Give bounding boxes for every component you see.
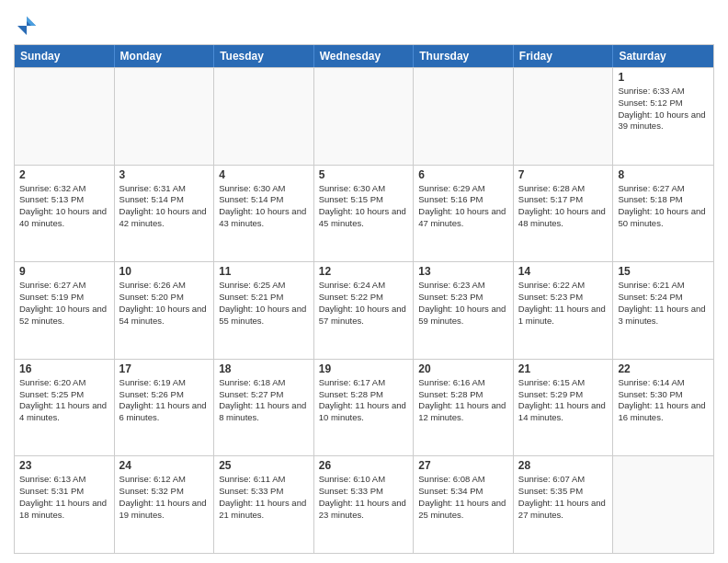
day-info: Sunrise: 6:24 AM Sunset: 5:22 PM Dayligh… <box>319 280 409 327</box>
day-number: 15 <box>618 265 709 278</box>
header-day-tuesday: Tuesday <box>214 45 314 67</box>
day-number: 25 <box>219 459 309 472</box>
day-info: Sunrise: 6:29 AM Sunset: 5:16 PM Dayligh… <box>418 183 508 230</box>
day-info: Sunrise: 6:10 AM Sunset: 5:33 PM Dayligh… <box>319 474 409 521</box>
page: SundayMondayTuesdayWednesdayThursdayFrid… <box>0 0 728 563</box>
day-info: Sunrise: 6:27 AM Sunset: 5:18 PM Dayligh… <box>618 183 709 230</box>
header-day-saturday: Saturday <box>613 45 713 67</box>
cal-cell-2-6: 7Sunrise: 6:28 AM Sunset: 5:17 PM Daylig… <box>514 166 614 262</box>
cal-cell-2-2: 3Sunrise: 6:31 AM Sunset: 5:14 PM Daylig… <box>115 166 215 262</box>
cal-cell-5-7 <box>613 456 713 553</box>
day-number: 8 <box>618 168 709 181</box>
day-number: 7 <box>518 168 609 181</box>
cal-cell-1-2 <box>115 68 215 165</box>
day-number: 22 <box>618 362 709 375</box>
day-number: 23 <box>19 459 109 472</box>
cal-cell-4-4: 19Sunrise: 6:17 AM Sunset: 5:28 PM Dayli… <box>314 360 415 456</box>
day-info: Sunrise: 6:23 AM Sunset: 5:23 PM Dayligh… <box>418 280 508 327</box>
cal-cell-4-7: 22Sunrise: 6:14 AM Sunset: 5:30 PM Dayli… <box>613 360 713 456</box>
day-info: Sunrise: 6:15 AM Sunset: 5:29 PM Dayligh… <box>518 377 609 424</box>
cal-cell-4-2: 17Sunrise: 6:19 AM Sunset: 5:26 PM Dayli… <box>115 360 215 456</box>
cal-cell-5-1: 23Sunrise: 6:13 AM Sunset: 5:31 PM Dayli… <box>15 456 115 553</box>
cal-cell-1-6 <box>514 68 614 165</box>
day-number: 28 <box>518 459 609 472</box>
cal-cell-2-7: 8Sunrise: 6:27 AM Sunset: 5:18 PM Daylig… <box>613 166 713 262</box>
cal-cell-3-6: 14Sunrise: 6:22 AM Sunset: 5:23 PM Dayli… <box>514 262 614 359</box>
cal-cell-1-1 <box>15 68 115 165</box>
day-info: Sunrise: 6:13 AM Sunset: 5:31 PM Dayligh… <box>19 474 109 521</box>
cal-cell-5-2: 24Sunrise: 6:12 AM Sunset: 5:32 PM Dayli… <box>115 456 215 553</box>
day-number: 14 <box>518 265 609 278</box>
cal-cell-1-4 <box>314 68 415 165</box>
day-info: Sunrise: 6:32 AM Sunset: 5:13 PM Dayligh… <box>19 183 109 230</box>
day-number: 1 <box>618 71 709 84</box>
day-number: 9 <box>19 265 109 278</box>
cal-cell-1-7: 1Sunrise: 6:33 AM Sunset: 5:12 PM Daylig… <box>613 68 713 165</box>
header-day-wednesday: Wednesday <box>314 45 415 67</box>
logo <box>14 9 43 39</box>
week-row-5: 23Sunrise: 6:13 AM Sunset: 5:31 PM Dayli… <box>15 455 713 553</box>
week-row-2: 2Sunrise: 6:32 AM Sunset: 5:13 PM Daylig… <box>15 165 713 262</box>
cal-cell-3-4: 12Sunrise: 6:24 AM Sunset: 5:22 PM Dayli… <box>314 262 415 359</box>
calendar: SundayMondayTuesdayWednesdayThursdayFrid… <box>14 44 714 554</box>
cal-cell-4-1: 16Sunrise: 6:20 AM Sunset: 5:25 PM Dayli… <box>15 360 115 456</box>
day-info: Sunrise: 6:31 AM Sunset: 5:14 PM Dayligh… <box>119 183 210 230</box>
day-number: 4 <box>219 168 309 181</box>
day-number: 26 <box>319 459 409 472</box>
day-number: 5 <box>319 168 409 181</box>
day-info: Sunrise: 6:26 AM Sunset: 5:20 PM Dayligh… <box>119 280 210 327</box>
day-info: Sunrise: 6:28 AM Sunset: 5:17 PM Dayligh… <box>518 183 609 230</box>
cal-cell-1-5 <box>414 68 514 165</box>
day-number: 11 <box>219 265 309 278</box>
day-number: 3 <box>119 168 210 181</box>
cal-cell-3-2: 10Sunrise: 6:26 AM Sunset: 5:20 PM Dayli… <box>115 262 215 359</box>
day-info: Sunrise: 6:20 AM Sunset: 5:25 PM Dayligh… <box>19 377 109 424</box>
header-day-thursday: Thursday <box>414 45 514 67</box>
day-info: Sunrise: 6:27 AM Sunset: 5:19 PM Dayligh… <box>19 280 109 327</box>
day-info: Sunrise: 6:16 AM Sunset: 5:28 PM Dayligh… <box>418 377 508 424</box>
week-row-4: 16Sunrise: 6:20 AM Sunset: 5:25 PM Dayli… <box>15 359 713 456</box>
day-info: Sunrise: 6:22 AM Sunset: 5:23 PM Dayligh… <box>518 280 609 327</box>
day-number: 2 <box>19 168 109 181</box>
cal-cell-3-1: 9Sunrise: 6:27 AM Sunset: 5:19 PM Daylig… <box>15 262 115 359</box>
day-info: Sunrise: 6:19 AM Sunset: 5:26 PM Dayligh… <box>119 377 210 424</box>
cal-cell-4-3: 18Sunrise: 6:18 AM Sunset: 5:27 PM Dayli… <box>214 360 314 456</box>
day-number: 12 <box>319 265 409 278</box>
week-row-1: 1Sunrise: 6:33 AM Sunset: 5:12 PM Daylig… <box>15 67 713 165</box>
header <box>14 9 714 39</box>
week-row-3: 9Sunrise: 6:27 AM Sunset: 5:19 PM Daylig… <box>15 261 713 359</box>
day-number: 27 <box>418 459 508 472</box>
logo-icon <box>14 13 40 39</box>
day-number: 16 <box>19 362 109 375</box>
day-info: Sunrise: 6:21 AM Sunset: 5:24 PM Dayligh… <box>618 280 709 327</box>
day-info: Sunrise: 6:12 AM Sunset: 5:32 PM Dayligh… <box>119 474 210 521</box>
day-info: Sunrise: 6:07 AM Sunset: 5:35 PM Dayligh… <box>518 474 609 521</box>
day-number: 19 <box>319 362 409 375</box>
cal-cell-2-5: 6Sunrise: 6:29 AM Sunset: 5:16 PM Daylig… <box>414 166 514 262</box>
day-info: Sunrise: 6:30 AM Sunset: 5:14 PM Dayligh… <box>219 183 309 230</box>
day-number: 21 <box>518 362 609 375</box>
header-day-friday: Friday <box>514 45 614 67</box>
day-info: Sunrise: 6:14 AM Sunset: 5:30 PM Dayligh… <box>618 377 709 424</box>
cal-cell-2-1: 2Sunrise: 6:32 AM Sunset: 5:13 PM Daylig… <box>15 166 115 262</box>
cal-cell-3-5: 13Sunrise: 6:23 AM Sunset: 5:23 PM Dayli… <box>414 262 514 359</box>
day-info: Sunrise: 6:11 AM Sunset: 5:33 PM Dayligh… <box>219 474 309 521</box>
cal-cell-3-7: 15Sunrise: 6:21 AM Sunset: 5:24 PM Dayli… <box>613 262 713 359</box>
day-number: 10 <box>119 265 210 278</box>
header-day-monday: Monday <box>115 45 215 67</box>
calendar-body: 1Sunrise: 6:33 AM Sunset: 5:12 PM Daylig… <box>15 67 713 553</box>
cal-cell-4-5: 20Sunrise: 6:16 AM Sunset: 5:28 PM Dayli… <box>414 360 514 456</box>
day-number: 18 <box>219 362 309 375</box>
day-info: Sunrise: 6:18 AM Sunset: 5:27 PM Dayligh… <box>219 377 309 424</box>
cal-cell-2-4: 5Sunrise: 6:30 AM Sunset: 5:15 PM Daylig… <box>314 166 415 262</box>
day-number: 6 <box>418 168 508 181</box>
day-info: Sunrise: 6:25 AM Sunset: 5:21 PM Dayligh… <box>219 280 309 327</box>
day-info: Sunrise: 6:17 AM Sunset: 5:28 PM Dayligh… <box>319 377 409 424</box>
day-number: 20 <box>418 362 508 375</box>
calendar-header-row: SundayMondayTuesdayWednesdayThursdayFrid… <box>15 45 713 67</box>
cal-cell-5-5: 27Sunrise: 6:08 AM Sunset: 5:34 PM Dayli… <box>414 456 514 553</box>
cal-cell-3-3: 11Sunrise: 6:25 AM Sunset: 5:21 PM Dayli… <box>214 262 314 359</box>
day-info: Sunrise: 6:33 AM Sunset: 5:12 PM Dayligh… <box>618 86 709 132</box>
day-info: Sunrise: 6:08 AM Sunset: 5:34 PM Dayligh… <box>418 474 508 521</box>
day-number: 13 <box>418 265 508 278</box>
